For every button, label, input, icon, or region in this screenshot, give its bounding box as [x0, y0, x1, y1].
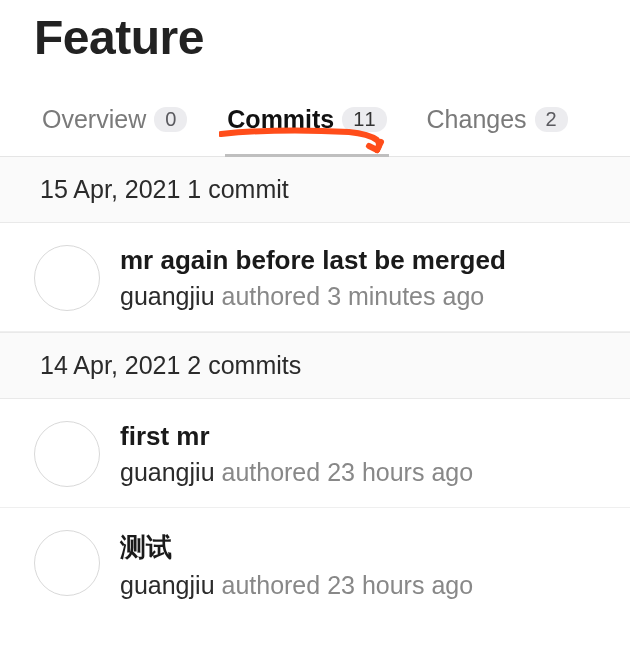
commit-action: authored — [221, 458, 320, 486]
commit-body: first mr guangjiu authored 23 hours ago — [120, 419, 473, 487]
page-title: Feature — [0, 0, 630, 71]
commit-action: authored — [221, 282, 320, 310]
commit-row[interactable]: mr again before last be merged guangjiu … — [0, 223, 630, 332]
commit-time: 23 hours ago — [327, 571, 473, 599]
tab-overview[interactable]: Overview 0 — [40, 105, 189, 156]
tab-label: Commits — [227, 105, 334, 134]
tab-count-badge: 0 — [154, 107, 187, 132]
tab-commits[interactable]: Commits 11 — [225, 105, 388, 156]
tabs-bar: Overview 0 Commits 11 Changes 2 — [0, 71, 630, 157]
avatar[interactable] — [34, 245, 100, 311]
avatar[interactable] — [34, 421, 100, 487]
commit-meta: guangjiu authored 3 minutes ago — [120, 282, 506, 311]
commit-time: 3 minutes ago — [327, 282, 484, 310]
avatar[interactable] — [34, 530, 100, 596]
commit-author[interactable]: guangjiu — [120, 282, 215, 310]
commit-title[interactable]: 测试 — [120, 530, 473, 565]
date-group-header: 15 Apr, 2021 1 commit — [0, 157, 630, 223]
tab-label: Overview — [42, 105, 146, 134]
commit-author[interactable]: guangjiu — [120, 458, 215, 486]
tab-changes[interactable]: Changes 2 — [425, 105, 570, 156]
commit-body: mr again before last be merged guangjiu … — [120, 243, 506, 311]
commit-action: authored — [221, 571, 320, 599]
tab-count-badge: 11 — [342, 107, 386, 132]
commit-time: 23 hours ago — [327, 458, 473, 486]
tab-label: Changes — [427, 105, 527, 134]
tab-count-badge: 2 — [535, 107, 568, 132]
commit-author[interactable]: guangjiu — [120, 571, 215, 599]
commit-row[interactable]: first mr guangjiu authored 23 hours ago — [0, 399, 630, 508]
commit-row[interactable]: 测试 guangjiu authored 23 hours ago — [0, 508, 630, 620]
commits-list: 15 Apr, 2021 1 commit mr again before la… — [0, 157, 630, 620]
commit-body: 测试 guangjiu authored 23 hours ago — [120, 528, 473, 600]
commit-title[interactable]: first mr — [120, 421, 473, 452]
commit-meta: guangjiu authored 23 hours ago — [120, 458, 473, 487]
date-group-header: 14 Apr, 2021 2 commits — [0, 332, 630, 399]
commit-title[interactable]: mr again before last be merged — [120, 245, 506, 276]
commit-meta: guangjiu authored 23 hours ago — [120, 571, 473, 600]
